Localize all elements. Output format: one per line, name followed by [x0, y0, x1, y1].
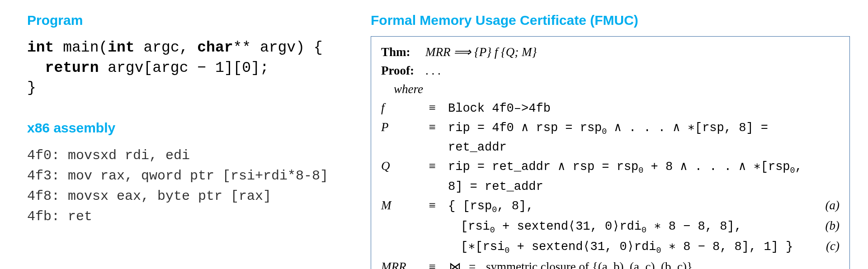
m-line1-close: , 8],: [497, 199, 533, 213]
def-q: Q ≡ rip = ret_addr ∧ rsp = rsp0 + 8 ∧ . …: [381, 157, 840, 196]
bowtie-text: symmetric closure of {(a, b), (a, c), (b…: [486, 260, 693, 269]
equiv-symbol: ≡: [425, 99, 439, 117]
subscript-zero: 0: [656, 246, 661, 256]
equiv-symbol: ≡: [425, 118, 439, 137]
tag-b: (b): [821, 217, 840, 235]
keyword-int: int: [27, 39, 54, 56]
bowtie-symbol: ⋈: [448, 258, 462, 269]
proof-row: Proof: . . .: [381, 61, 840, 80]
subscript-zero: 0: [602, 127, 607, 137]
def-mrr: MRR ≡ ⋈ = symmetric closure of {(a, b), …: [381, 258, 840, 269]
code-text: argv[argc − 1][0];: [99, 60, 269, 76]
p-body-pre: rip = 4f0 ∧ rsp = rsp: [448, 121, 602, 135]
m-body-2: [rsi0 + sextend⟨31, 0⟩rdi0 ∗ 8 − 8, 8],: [448, 217, 812, 237]
code-indent: [27, 60, 45, 76]
def-m-line2: [rsi0 + sextend⟨31, 0⟩rdi0 ∗ 8 − 8, 8], …: [381, 217, 840, 237]
m-line2-pre: [rsi: [461, 220, 490, 233]
m-line2-post: ∗ 8 − 8, 8],: [646, 220, 742, 233]
tag-a: (a): [821, 196, 840, 215]
asm-listing: 4f0: movsxd rdi, edi 4f3: mov rax, qword…: [27, 146, 353, 227]
heading-x86-assembly: x86 assembly: [27, 120, 353, 136]
heading-program: Program: [27, 13, 353, 28]
right-column: Formal Memory Usage Certificate (FMUC) T…: [366, 13, 850, 269]
mrr-bowtie-row: ⋈ = symmetric closure of {(a, b), (a, c)…: [448, 258, 812, 269]
thm-row: Thm: MRR ⟹ {P} f {Q; M}: [381, 43, 840, 61]
equals-symbol: =: [469, 258, 479, 269]
keyword-return: return: [45, 60, 99, 76]
def-f: f ≡ Block 4f0–>4fb: [381, 99, 840, 118]
q-body-mid: + 8 ∧ . . . ∧ ∗[rsp: [643, 160, 790, 174]
m-line3-pre: [∗[rsi: [461, 240, 505, 254]
heading-fmuc: Formal Memory Usage Certificate (FMUC): [371, 13, 850, 28]
m-body-1: { [rsp0, 8],: [448, 197, 812, 217]
keyword-int: int: [108, 39, 134, 56]
subscript-zero: 0: [642, 226, 646, 235]
m-body-3: [∗[rsi0 + sextend⟨31, 0⟩rdi0 ∗ 8 − 8, 8]…: [448, 238, 812, 257]
def-p: P ≡ rip = 4f0 ∧ rsp = rsp0 ∧ . . . ∧ ∗[r…: [381, 118, 840, 157]
keyword-char: char: [197, 39, 233, 56]
bowtie-body: symmetric closure of {(a, b), (a, c), (b…: [486, 258, 693, 269]
where-label: where: [381, 80, 840, 99]
asm-line: 4f0: movsxd rdi, edi: [27, 148, 190, 163]
code-text: }: [27, 80, 36, 96]
left-column: Program int main(int argc, char** argv) …: [27, 13, 366, 269]
asm-line: 4f3: mov rax, qword ptr [rsi+rdi*8-8]: [27, 168, 328, 184]
m-line1-open: { [rsp: [448, 199, 492, 213]
code-text: ** argv) {: [233, 39, 323, 56]
figure-root: Program int main(int argc, char** argv) …: [0, 0, 868, 269]
p-body: rip = 4f0 ∧ rsp = rsp0 ∧ . . . ∧ ∗[rsp, …: [448, 119, 812, 157]
q-body-pre: rip = ret_addr ∧ rsp = rsp: [448, 160, 638, 174]
def-m-line1: M ≡ { [rsp0, 8], (a): [381, 196, 840, 217]
symbol-f: f: [381, 99, 416, 117]
def-m-line3: [∗[rsi0 + sextend⟨31, 0⟩rdi0 ∗ 8 − 8, 8]…: [381, 237, 840, 257]
subscript-zero: 0: [492, 205, 497, 215]
thm-label: Thm:: [381, 43, 416, 61]
subscript-zero: 0: [505, 246, 509, 256]
q-body: rip = ret_addr ∧ rsp = rsp0 + 8 ∧ . . . …: [448, 158, 812, 196]
subscript-zero: 0: [638, 166, 643, 176]
m-line2-mid: + sextend⟨31, 0⟩rdi: [495, 220, 642, 233]
code-text: main(: [54, 39, 108, 56]
symbol-mrr: MRR: [381, 258, 416, 269]
symbol-p: P: [381, 118, 416, 137]
m-line3-mid: + sextend⟨31, 0⟩rdi: [509, 240, 656, 254]
equiv-symbol: ≡: [425, 258, 439, 269]
subscript-zero: 0: [790, 166, 795, 176]
m-line3-post: ∗ 8 − 8, 8], 1] }: [661, 240, 793, 254]
mrr-body: ⋈ = symmetric closure of {(a, b), (a, c)…: [448, 258, 812, 269]
f-body: Block 4f0–>4fb: [448, 99, 812, 118]
equiv-symbol: ≡: [425, 196, 439, 215]
symbol-m: M: [381, 196, 416, 215]
c-source-code: int main(int argc, char** argv) { return…: [27, 38, 353, 99]
code-text: argc,: [135, 39, 198, 56]
fmuc-box: Thm: MRR ⟹ {P} f {Q; M} Proof: . . . whe…: [371, 36, 850, 269]
tag-c: (c): [821, 237, 840, 255]
symbol-q: Q: [381, 157, 416, 175]
asm-line: 4f8: movsx eax, byte ptr [rax]: [27, 189, 271, 204]
subscript-zero: 0: [490, 226, 495, 235]
thm-body: MRR ⟹ {P} f {Q; M}: [425, 43, 840, 61]
asm-line: 4fb: ret: [27, 209, 92, 224]
equiv-symbol: ≡: [425, 157, 439, 175]
proof-label: Proof:: [381, 61, 416, 80]
proof-body: . . .: [425, 61, 840, 80]
